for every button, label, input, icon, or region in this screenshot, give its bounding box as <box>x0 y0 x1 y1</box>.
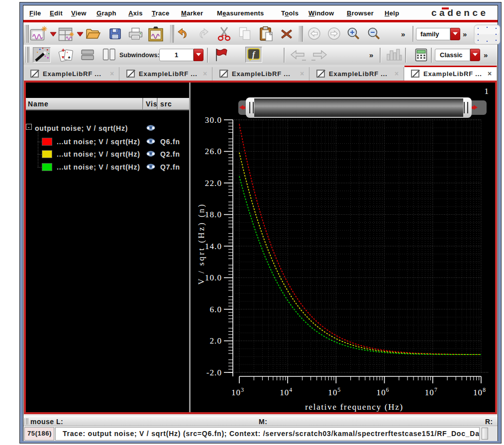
svg-text:103: 103 <box>231 387 244 397</box>
svg-text:108: 108 <box>473 387 486 397</box>
svg-text:18.0: 18.0 <box>205 210 222 219</box>
svg-text:14.0: 14.0 <box>205 242 222 251</box>
svg-text:26.0: 26.0 <box>205 147 222 156</box>
svg-text:10.0: 10.0 <box>205 273 222 282</box>
svg-text:6.0: 6.0 <box>209 305 222 314</box>
svg-text:♥: ♥ <box>62 55 64 60</box>
svg-text:104: 104 <box>280 387 293 397</box>
svg-text:-2.0: -2.0 <box>206 368 222 377</box>
svg-text:2.0: 2.0 <box>209 336 222 346</box>
svg-text:107: 107 <box>425 387 438 397</box>
svg-text:106: 106 <box>377 387 390 397</box>
svg-text:relative frequency (Hz): relative frequency (Hz) <box>305 402 403 412</box>
svg-text:22.0: 22.0 <box>205 178 222 188</box>
svg-text:V / sqrt (Hz) (n): V / sqrt (Hz) (n) <box>197 203 206 285</box>
svg-text:30.0: 30.0 <box>205 115 222 125</box>
svg-text:1: 1 <box>484 87 489 96</box>
svg-text:105: 105 <box>328 387 341 397</box>
